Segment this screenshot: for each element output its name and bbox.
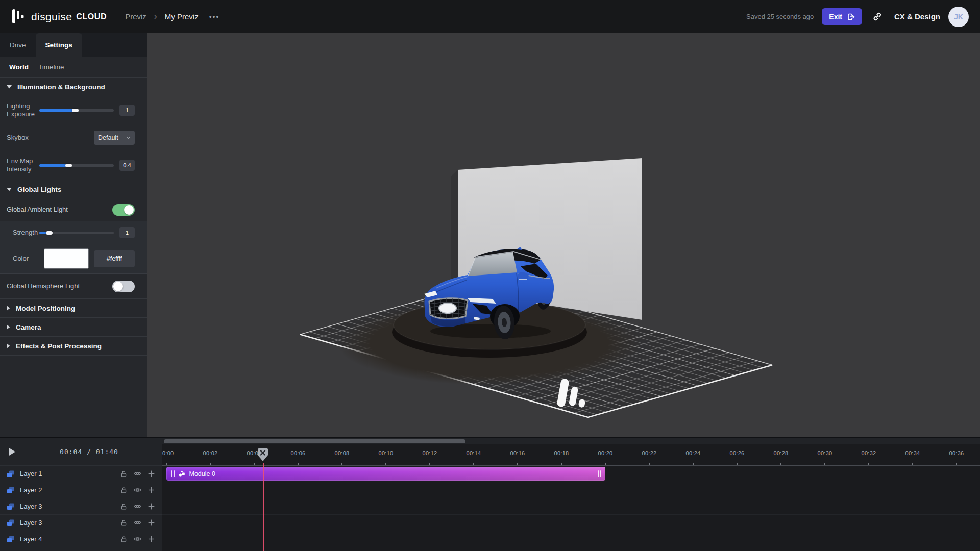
lighting-exposure-slider[interactable] (39, 109, 114, 112)
playhead-marker[interactable] (257, 448, 268, 462)
section-header-model-positioning[interactable]: Model Positioning (0, 299, 147, 317)
saved-status: Saved 25 seconds ago (746, 13, 814, 20)
subtab-timeline[interactable]: Timeline (38, 63, 64, 71)
timeline-lane[interactable] (162, 515, 980, 531)
section-model-positioning: Model Positioning (0, 298, 147, 317)
ruler-tick-mark (956, 463, 957, 465)
exit-button-label: Exit (829, 13, 842, 21)
lighting-exposure-value[interactable]: 1 (119, 105, 135, 116)
layer-row[interactable]: Layer 1 (0, 466, 162, 482)
ruler-tick-label: 00:28 (770, 450, 792, 456)
layer-row[interactable]: Layer 4 (0, 531, 162, 547)
layer-name: Layer 1 (20, 470, 115, 478)
layer-icon (6, 503, 15, 511)
slider-handle[interactable] (65, 164, 72, 167)
layer-row[interactable]: Layer 3 (0, 498, 162, 515)
section-header-effects[interactable]: Effects & Post Processing (0, 337, 147, 355)
logout-icon (847, 13, 855, 21)
skybox-select[interactable]: Default (94, 131, 135, 145)
plus-icon[interactable] (148, 470, 155, 477)
section-header-illumination[interactable]: Illumination & Background (0, 78, 147, 96)
ruler-tick-label: 00:18 (550, 450, 573, 456)
timeline-lane[interactable] (162, 498, 980, 515)
lock-icon[interactable] (120, 487, 127, 494)
viewport-3d[interactable] (147, 33, 980, 437)
caret-right-icon (7, 343, 10, 348)
more-menu-button[interactable]: ••• (209, 13, 220, 21)
layer-icon (6, 486, 15, 494)
ruler-tick-label: 00:08 (331, 450, 353, 456)
color-row: Color #feffff (0, 244, 147, 273)
env-map-row: Env Map Intensity 0.4 (0, 151, 147, 180)
topbar: disguise CLOUD Previz › My Previz ••• Sa… (0, 0, 980, 33)
hscrollbar-thumb[interactable] (164, 439, 465, 443)
ruler-tick-mark (429, 463, 430, 465)
plus-icon[interactable] (148, 503, 155, 510)
lock-icon[interactable] (120, 470, 127, 478)
chevron-down-icon (126, 136, 131, 139)
clip-left-handle[interactable] (171, 470, 175, 477)
layer-row[interactable]: Layer 2 (0, 482, 162, 498)
color-swatch[interactable] (44, 248, 89, 269)
timeline-ruler[interactable]: 00:0000:0200:0400:0600:0800:1000:1200:14… (162, 444, 980, 466)
section-header-camera[interactable]: Camera (0, 318, 147, 336)
main-area: Drive Settings World Timeline Illuminati… (0, 33, 980, 437)
clip-right-handle[interactable] (598, 470, 601, 477)
caret-down-icon (7, 85, 12, 89)
section-header-global-lights[interactable]: Global Lights (0, 180, 147, 198)
play-button[interactable] (0, 447, 23, 456)
ruler-tick-mark (912, 463, 913, 465)
layer-name: Layer 3 (20, 519, 115, 527)
chevron-right-icon: › (154, 12, 157, 21)
ruler-tick-mark (605, 463, 606, 465)
timeline-tracks: 00:0000:0200:0400:0600:0800:1000:1200:14… (162, 438, 980, 551)
timeline-lanes: Module 0 (162, 466, 980, 551)
plus-icon[interactable] (148, 536, 155, 542)
slider-handle[interactable] (72, 109, 79, 112)
env-map-slider[interactable] (39, 164, 114, 167)
timeline-clip[interactable]: Module 0 (166, 467, 605, 481)
eye-icon[interactable] (134, 536, 141, 542)
eye-icon[interactable] (134, 520, 141, 525)
skybox-label: Skybox (7, 134, 94, 142)
timeline-lane[interactable] (162, 482, 980, 498)
color-hex-field[interactable]: #feffff (94, 250, 135, 267)
lock-icon[interactable] (120, 503, 127, 510)
skybox-selected-value: Default (98, 134, 123, 141)
ruler-tick-mark (166, 463, 167, 465)
ruler-tick-label: 00:02 (199, 450, 222, 456)
disguise-logo-icon (12, 9, 26, 24)
tab-drive[interactable]: Drive (0, 33, 36, 57)
ruler-tick-label: 00:14 (462, 450, 485, 456)
eye-icon[interactable] (134, 471, 141, 477)
plus-icon[interactable] (148, 519, 155, 526)
ruler-tick-mark (341, 463, 342, 465)
slider-handle[interactable] (46, 231, 53, 235)
timeline-lane[interactable] (162, 531, 980, 547)
tab-settings[interactable]: Settings (36, 33, 82, 57)
ruler-tick-label: 00:24 (682, 450, 704, 456)
eye-icon[interactable] (134, 504, 141, 509)
ruler-tick-mark (210, 463, 211, 465)
layer-row[interactable]: Layer 3 (0, 515, 162, 531)
strength-value[interactable]: 1 (119, 227, 135, 238)
strength-slider[interactable] (39, 231, 114, 235)
plus-icon[interactable] (148, 487, 155, 493)
env-map-value[interactable]: 0.4 (119, 160, 135, 171)
settings-sidebar: Drive Settings World Timeline Illuminati… (0, 33, 147, 437)
clip-label: Module 0 (189, 470, 594, 478)
ruler-tick-mark (298, 463, 299, 465)
global-hemisphere-row: Global Hemisphere Light (0, 274, 147, 298)
avatar[interactable]: JK (948, 7, 969, 27)
eye-icon[interactable] (134, 487, 141, 493)
subtab-world[interactable]: World (9, 63, 29, 71)
link-icon[interactable] (872, 12, 882, 21)
breadcrumb-section[interactable]: Previz (125, 12, 146, 21)
exit-button[interactable]: Exit (822, 8, 862, 25)
lock-icon[interactable] (120, 536, 127, 543)
global-hemisphere-toggle[interactable] (112, 281, 135, 292)
breadcrumb: Previz › My Previz ••• (125, 12, 219, 21)
lock-icon[interactable] (120, 519, 127, 527)
global-ambient-toggle[interactable] (112, 204, 135, 216)
ruler-tick-mark (649, 463, 650, 465)
